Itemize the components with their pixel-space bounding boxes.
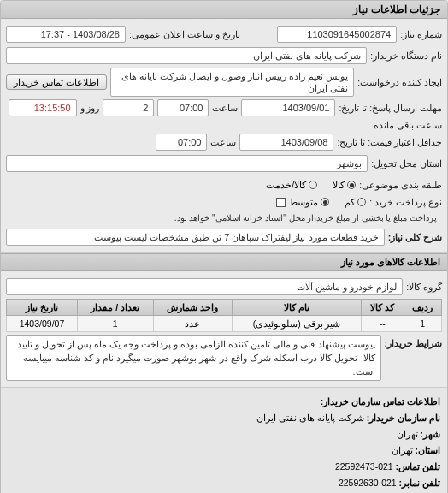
cell-date: 1403/09/07 [7,316,78,332]
time-left-field: 13:15:50 [9,99,77,116]
deadline-label: مهلت ارسال پاسخ: تا تاریخ: [339,103,442,113]
org-value: شرکت پایانه های نفتی ایران [256,413,364,423]
city-label: شهر: [421,429,441,439]
contact-title: اطلاعات تماس سازمان خریدار: [321,396,440,407]
items-table: ردیف کد کالا نام کالا واحد شمارش تعداد /… [6,299,442,332]
radio-dot-icon [321,198,329,206]
deadline-time-field: 07:00 [157,99,209,116]
at-label-2: ساعت [210,137,236,147]
creator-label: ایجاد کننده درخواست: [357,77,442,87]
radio-kala[interactable]: کالا [333,180,356,190]
classify-radio-group: کالا کالا/خدمت [266,180,356,190]
fax-label: تلفن نمابر: [399,478,440,488]
org-label: نام سازمان خریدار: [367,413,440,423]
col-code: کد کالا [361,300,404,316]
delivery-place-field: بوشهر [6,155,368,172]
radio-dot-icon [357,198,366,206]
radio-med[interactable]: متوسط [289,197,329,207]
phone-value: 021-22592473 [335,461,393,472]
cell-name: شیر برقی (سلونوئیدی) [233,316,362,332]
days-left-field: 2 [103,99,154,116]
table-row: 1 -- شیر برقی (سلونوئیدی) عدد 1 1403/09/… [7,316,442,332]
desc-title-field: خرید قطعات مورد نیاز لیفتراک سپاهان 7 تن… [6,229,385,246]
col-date: تاریخ نیاز [7,300,78,316]
radio-khadamat[interactable]: کالا/خدمت [266,180,317,190]
request-no-field: 1103091645002874 [277,26,397,43]
announce-date-label: تاریخ و ساعت اعلان عمومی: [129,29,240,39]
payment-note: پرداخت مبلغ یا بخشی از مبلغ خرید،از محل … [169,211,442,225]
valid-date-field: 1403/09/08 [239,134,333,151]
radio-khadamat-label: کالا/خدمت [266,180,306,190]
cell-qty: 1 [77,316,153,332]
purchase-type-label: نوع پرداخت خرید : [369,197,442,207]
radio-kala-label: کالا [333,180,345,190]
valid-until-label: حداقل اعتبار قیمت: تا تاریخ: [337,137,442,147]
city-value: تهران [397,429,418,439]
cell-row: 1 [404,316,441,332]
cell-code: -- [361,316,404,332]
radio-low[interactable]: کم [345,197,366,207]
prov-value: تهران [392,445,413,455]
group-field: لوازم خودرو و ماشین آلات [6,278,403,295]
announce-date-field: 1403/08/28 - 17:37 [6,26,126,43]
classify-label: طبقه بندی موضوعی: [359,180,442,190]
cell-unit: عدد [153,316,233,332]
contact-buyer-button[interactable]: اطلاعات تماس خریدار [6,74,107,90]
remain-label: ساعت باقی مانده [374,120,442,130]
buyer-device-field: شرکت پایانه های نفتی ایران [6,47,367,64]
day-label: روز و [80,103,100,113]
at-label-1: ساعت [212,103,238,113]
fax-value: 021-22592630 [339,478,397,488]
col-name: نام کالا [233,300,362,316]
group-label: گروه کالا: [406,282,442,292]
deadline-date-field: 1403/09/01 [241,99,335,116]
page-title: جزئیات اطلاعات نیاز [1,1,447,19]
conditions-field: پیوست پیشنهاد فنی و مالی تامین کننده الز… [6,335,381,381]
items-section-title: اطلاعات کالاهای مورد نیاز [1,253,447,271]
radio-med-label: متوسط [289,197,318,207]
col-row: ردیف [404,300,441,316]
prov-label: استان: [416,445,441,455]
valid-time-field: 07:00 [156,134,207,151]
request-no-label: شماره نیاز: [400,29,442,39]
phone-label: تلفن تماس: [396,461,440,472]
desc-title-label: شرح کلی نیاز: [388,232,442,242]
treasury-checkbox[interactable] [276,198,286,207]
creator-field: یونس نعیم زاده رییس انبار وصول و ایصال ش… [110,68,354,97]
conditions-label: شرایط خریدار: [385,335,442,348]
radio-dot-icon [309,181,317,189]
radio-low-label: کم [345,197,355,207]
purchase-type-group: کم متوسط [289,197,366,207]
delivery-place-label: استان محل تحویل: [371,158,442,169]
col-unit: واحد شمارش [153,300,233,316]
radio-dot-icon [347,181,356,189]
col-qty: تعداد / مقدار [77,300,153,316]
buyer-device-label: نام دستگاه خریدار: [370,50,442,61]
